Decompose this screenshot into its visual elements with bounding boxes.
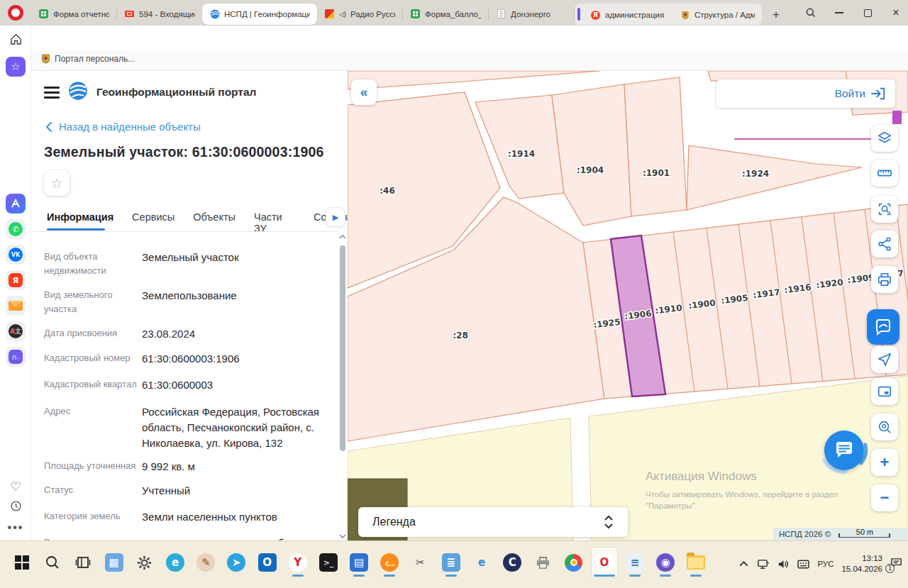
taskbar-file-explorer[interactable] <box>682 547 709 578</box>
taskbar-photos-app[interactable]: ▤ <box>345 547 372 578</box>
taskbar-task-view[interactable] <box>70 547 96 578</box>
minimize-button[interactable] <box>833 6 846 19</box>
bookmark-item[interactable]: Портал персональ... <box>41 54 135 64</box>
browser-tab[interactable]: Донэнерго <box>489 4 574 25</box>
system-tray: РУС 13:13 15.04.2026 1 <box>738 547 902 581</box>
taskbar-internet-explorer[interactable]: e <box>468 547 495 578</box>
taskbar-snipping-tool[interactable]: ✂ <box>407 547 434 578</box>
history-icon[interactable] <box>0 500 31 515</box>
yandex-icon[interactable]: Я <box>6 270 26 290</box>
taskbar-opera[interactable]: O <box>591 547 618 578</box>
area-search-button[interactable] <box>871 196 898 223</box>
taskbar-edge[interactable]: e <box>162 547 189 578</box>
panel-scrollbar[interactable] <box>338 233 348 540</box>
taskbar-telegram[interactable]: ➤ <box>223 547 250 578</box>
browser-tab-bar: Форма отчетности п594 - Входящие — ЯНСПД… <box>0 0 908 26</box>
opera-logo-icon[interactable] <box>8 5 23 21</box>
browser-tab[interactable]: Форма отчетности п <box>31 4 116 25</box>
whatsapp-icon[interactable]: ✆ <box>6 219 26 239</box>
field-label: Вид объекта недвижимости <box>44 250 142 278</box>
browser-tab[interactable]: 594 - Входящие — Я <box>117 4 202 25</box>
frame-button[interactable] <box>871 378 898 405</box>
parcel-1924 <box>687 145 862 210</box>
taskbar-postman[interactable]: ◉ <box>652 547 679 578</box>
layers-button[interactable] <box>871 125 898 152</box>
home-icon[interactable] <box>0 33 31 49</box>
taskbar-paint[interactable]: ✎ <box>192 547 219 578</box>
map-canvas[interactable]: :46:1914:1904:1901:1924:28:1925:1906:191… <box>348 71 908 540</box>
field-label: Адрес <box>44 404 142 418</box>
taskbar-search[interactable] <box>39 547 66 578</box>
taskbar-notebook[interactable]: ≣ <box>438 547 465 578</box>
hidden-icons-chevron[interactable] <box>738 558 750 570</box>
more-options-icon[interactable]: ••• <box>0 521 31 534</box>
tab-label: Структура / Админи <box>694 11 755 19</box>
scrollbar-thumb[interactable] <box>340 245 345 451</box>
login-icon <box>871 87 885 100</box>
translate-icon[interactable]: A文 <box>6 321 26 341</box>
browser-tab[interactable]: Структура / Админи <box>672 4 762 26</box>
network-icon[interactable] <box>758 558 770 570</box>
taskbar-chrome[interactable] <box>560 547 587 578</box>
notifications-icon[interactable]: 1 <box>890 557 902 572</box>
taskbar-settings[interactable] <box>131 547 158 578</box>
field-value: 61:30:0600003:1906 <box>142 351 332 367</box>
browser-tab[interactable]: НСПД | Геоинформацион <box>202 4 317 25</box>
taskbar-firefox[interactable]: ᓚ <box>376 547 403 578</box>
mail-icon[interactable] <box>6 296 26 316</box>
chat-bubble-icon <box>834 440 855 461</box>
new-tab-button[interactable]: + <box>768 6 785 23</box>
taskbar-start[interactable] <box>9 547 35 578</box>
browser-tab[interactable]: ◁)Радио Русская В <box>317 4 402 25</box>
menu-icon[interactable] <box>44 87 60 101</box>
portal-title: Геоинформационный портал <box>96 86 256 99</box>
scroll-up-icon[interactable] <box>338 233 347 241</box>
scroll-down-icon[interactable] <box>338 532 347 540</box>
back-link[interactable]: Назад в найденные объекты <box>45 121 201 133</box>
field-value: 23.08.2024 <box>142 326 332 342</box>
taskbar-outlook[interactable]: O <box>254 547 281 578</box>
share-button[interactable] <box>871 231 898 257</box>
taskbar-fax[interactable] <box>529 547 556 578</box>
language-indicator[interactable]: РУС <box>817 560 834 568</box>
tab-group-indicator[interactable] <box>577 8 580 21</box>
aria-icon[interactable] <box>6 194 26 213</box>
volume-icon[interactable] <box>777 558 790 570</box>
favorites-heart-icon[interactable]: ♡ <box>0 479 31 494</box>
collapse-panel-button[interactable]: « <box>351 79 377 105</box>
taskbar-consultant[interactable]: C <box>499 547 526 578</box>
taskbar-media-app[interactable]: ▦ <box>101 547 128 578</box>
chat-support-button[interactable] <box>824 431 864 470</box>
audio-playing-icon[interactable]: ◁) <box>339 11 346 18</box>
browser-tab[interactable]: Яадминистрация пес <box>583 4 672 26</box>
chevron-left-icon <box>45 122 52 132</box>
tab-search-icon[interactable] <box>804 6 817 19</box>
login-bar[interactable]: Войти <box>716 79 895 108</box>
print-button[interactable] <box>871 266 898 293</box>
map-marker <box>892 111 902 124</box>
pinboards-icon[interactable]: ☆ <box>6 57 26 77</box>
maximize-button[interactable] <box>861 6 874 19</box>
vk-icon[interactable]: VK <box>6 245 26 265</box>
assistant-chat-button[interactable] <box>867 309 899 345</box>
player-icon[interactable]: ∩.. <box>6 347 26 367</box>
field-value: Земли населенных пунктов <box>142 509 332 525</box>
legend-bar[interactable]: Легенда <box>358 507 628 537</box>
clock[interactable]: 13:13 15.04.2026 <box>841 553 882 575</box>
radio-favicon <box>324 9 335 19</box>
browser-tab[interactable]: Форма_балло_гекта <box>403 4 488 25</box>
tabs-scroll-right-button[interactable]: ▶ <box>326 207 345 227</box>
ruler-button[interactable] <box>871 160 898 187</box>
touch-keyboard-icon[interactable] <box>797 558 809 570</box>
nspd-favicon <box>209 9 220 19</box>
scale-bar: 50 m <box>834 528 895 540</box>
field-value: Российская Федерация, Ростовская область… <box>142 404 332 451</box>
taskbar-terminal[interactable]: >_ <box>315 547 342 578</box>
search-address-button[interactable] <box>871 414 898 440</box>
taskbar-yandex-browser[interactable]: Y <box>284 547 311 578</box>
taskbar-notes-app[interactable]: ≡ <box>621 547 648 578</box>
favorite-star-button[interactable]: ☆ <box>44 170 70 196</box>
field-label: Статус <box>44 483 142 497</box>
locate-button[interactable] <box>871 346 898 373</box>
close-button[interactable]: × <box>890 6 902 19</box>
